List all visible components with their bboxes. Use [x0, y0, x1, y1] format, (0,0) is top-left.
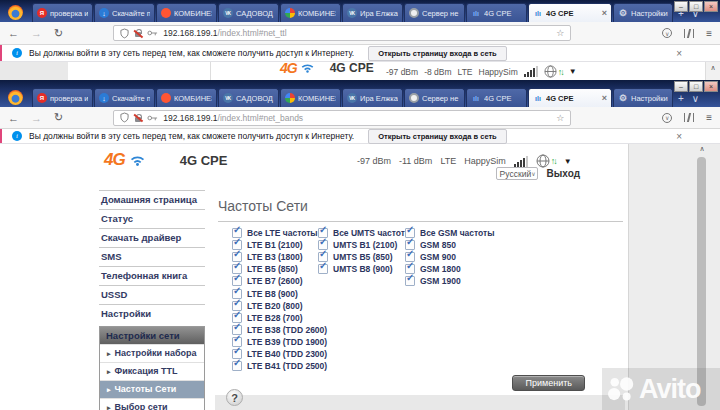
browser-tab[interactable]: ılı4G CPE — [466, 3, 527, 22]
bookmark-star-icon[interactable]: ☆ — [556, 113, 564, 123]
band-row: ✓LTE B1 (2100) — [232, 239, 318, 251]
library-icon[interactable] — [684, 113, 694, 122]
band-column: ✓Все GSM частоты✓GSM 850✓GSM 900✓GSM 180… — [405, 227, 491, 372]
open-login-page-button[interactable]: Открыть страницу входа в сеть — [368, 46, 507, 61]
band-label: LTE B8 (900) — [247, 289, 298, 299]
browser-tab[interactable]: Япроверка ин — [32, 3, 93, 22]
logout-link[interactable]: Выход — [547, 168, 580, 179]
language-select[interactable]: Русский ∨ — [496, 167, 538, 180]
browser-tab[interactable]: КОМБИНЕЗО — [156, 3, 217, 22]
browser-window-2: Япроверка ин↓Скачайте пеКОМБИНЕЗОVKСАДОВ… — [0, 80, 720, 410]
hamburger-menu-icon[interactable]: ≡ — [706, 112, 712, 123]
browser-tab[interactable]: Сервер не на — [404, 88, 465, 107]
minimize-button[interactable]: – — [674, 1, 688, 12]
back-button[interactable]: ← — [8, 112, 19, 124]
browser-tab[interactable]: VKИра Елжка | ( — [342, 3, 403, 22]
restore-button[interactable]: □ — [689, 1, 703, 12]
browser-tab[interactable]: Япроверка ин — [32, 88, 93, 107]
sidebar-item[interactable]: Телефонная книга — [99, 266, 205, 285]
browser-tab[interactable]: ılı4G CPE — [466, 88, 527, 107]
antenna-dropdown-icon[interactable]: ▼ — [564, 157, 572, 166]
open-login-page-button[interactable]: Открыть страницу входа в сеть — [368, 129, 507, 144]
browser-tab[interactable]: КОМБИНЕЗО — [156, 88, 217, 107]
sidebar-item[interactable]: Скачать драйвер — [99, 228, 205, 247]
back-button[interactable]: ← — [8, 27, 19, 39]
tab-label: КОМБИНЕЗО — [298, 94, 336, 103]
sidebar-item[interactable]: Статус — [99, 209, 205, 228]
tab-label: Настройки — [631, 94, 668, 103]
sidebar-item[interactable]: SMS — [99, 247, 205, 266]
tab-label: Скачайте пе — [112, 9, 150, 18]
band-checkbox[interactable]: ✓ — [318, 264, 328, 274]
submenu-item[interactable]: ▸Настройки набора — [100, 344, 204, 362]
band-checkbox[interactable]: ✓ — [232, 361, 242, 371]
close-window-button[interactable]: × — [704, 1, 718, 12]
browser-tab[interactable]: ↓Скачайте пе — [94, 3, 155, 22]
tab-list-dropdown-icon[interactable]: ∨ — [692, 93, 699, 104]
new-tab-button[interactable]: + — [678, 93, 684, 104]
antenna-dropdown-icon[interactable]: ▼ — [569, 67, 577, 76]
scrollbar[interactable]: ∧ — [705, 62, 720, 80]
url-text[interactable]: 192.168.199.1/index.html#net_bands — [163, 113, 551, 123]
insecure-lock-icon[interactable] — [134, 114, 142, 122]
submenu-header[interactable]: Настройки сети — [100, 327, 204, 344]
minimize-button[interactable]: – — [674, 81, 688, 92]
library-icon[interactable] — [684, 29, 694, 38]
browser-tab[interactable]: VKСАДОВОД -Д — [218, 88, 279, 107]
tab-label: КОМБИНЕЗО — [174, 9, 212, 18]
forward-button[interactable]: → — [31, 112, 42, 124]
reload-button[interactable]: ↻ — [54, 27, 63, 40]
browser-tab[interactable]: VKИра Елжка | ( — [342, 88, 403, 107]
reload-button[interactable]: ↻ — [54, 111, 63, 124]
insecure-lock-icon[interactable] — [134, 29, 142, 37]
sidebar-item[interactable]: Домашняя страница — [99, 190, 205, 209]
band-label: GSM 850 — [420, 240, 456, 250]
navigation-bar: ← → ↻ 192.168.199.1/index.html#net_bands… — [0, 107, 720, 129]
browser-tab[interactable]: VKСАДОВОД -Д — [218, 3, 279, 22]
browser-tab[interactable]: ⚙Настройки — [613, 3, 673, 22]
submenu-item[interactable]: ▸Выбор сети — [100, 398, 204, 410]
sidebar-item[interactable]: USSD — [99, 285, 205, 304]
address-bar[interactable]: 192.168.199.1/index.html#net_ttl ☆ — [113, 25, 571, 41]
tab-bar: Япроверка ин↓Скачайте пеКОМБИНЕЗОVKСАДОВ… — [0, 0, 720, 22]
pocket-icon[interactable]: ∨ — [662, 113, 672, 123]
sidebar-item[interactable]: Настройки — [99, 304, 205, 323]
yandex-icon: Я — [37, 93, 47, 103]
address-bar[interactable]: 192.168.199.1/index.html#net_bands ☆ — [113, 110, 571, 126]
browser-tab[interactable]: ↓Скачайте пе — [94, 88, 155, 107]
check-icon: ✓ — [233, 273, 241, 283]
band-checkbox[interactable]: ✓ — [405, 276, 415, 286]
tab-close-icon[interactable]: × — [602, 8, 607, 18]
submenu-item[interactable]: ▸Фиксация TTL — [100, 362, 204, 380]
band-label: LTE B28 (700) — [247, 313, 303, 323]
scroll-up-icon[interactable]: ∧ — [710, 64, 715, 71]
scroll-up-icon[interactable]: ∧ — [695, 145, 709, 153]
browser-tab[interactable]: КОМБИНЕЗО — [280, 3, 341, 22]
help-icon[interactable]: ? — [226, 389, 243, 406]
url-text[interactable]: 192.168.199.1/index.html#net_ttl — [163, 28, 551, 38]
browser-tab[interactable]: Сервер не на — [404, 3, 465, 22]
firefox-icon[interactable] — [8, 90, 23, 105]
hamburger-menu-icon[interactable]: ≡ — [706, 28, 712, 39]
check-icon: ✓ — [233, 298, 241, 308]
restore-button[interactable]: □ — [689, 81, 703, 92]
browser-tab[interactable]: ⚙Настройки — [613, 88, 673, 107]
tab-close-icon[interactable]: × — [602, 93, 607, 103]
close-window-button[interactable]: × — [704, 81, 718, 92]
tab-label: 4G CPE — [546, 94, 599, 103]
forward-button[interactable]: → — [31, 27, 42, 39]
browser-tab[interactable]: КОМБИНЕЗО — [280, 88, 341, 107]
firefox-icon[interactable] — [8, 5, 23, 20]
band-label: LTE B3 (1800) — [247, 252, 303, 262]
browser-tab[interactable]: ılı4G CPE× — [528, 88, 612, 107]
url-host: 192.168.199.1 — [163, 28, 217, 38]
dismiss-notice-icon[interactable]: × — [676, 48, 710, 59]
band-label: GSM 1900 — [420, 276, 461, 286]
pocket-icon[interactable]: ∨ — [662, 28, 672, 38]
logo-4g: 4G — [280, 62, 297, 76]
browser-tab[interactable]: ılı4G CPE× — [528, 3, 612, 22]
dismiss-notice-icon[interactable]: × — [676, 131, 710, 142]
bookmark-star-icon[interactable]: ☆ — [556, 28, 564, 38]
submenu-item[interactable]: ▸Частоты Сети — [100, 380, 204, 398]
apply-button[interactable]: Применить — [512, 375, 585, 391]
